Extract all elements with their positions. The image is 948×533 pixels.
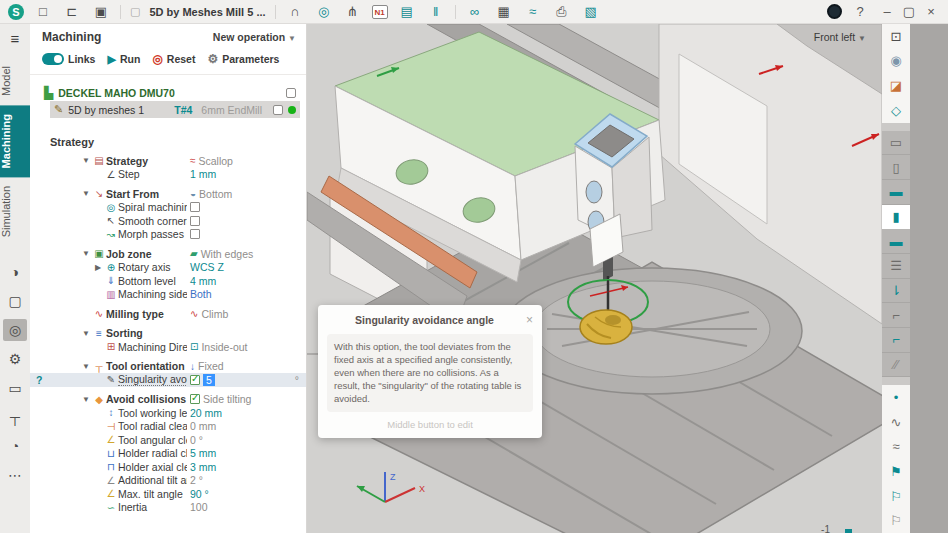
checkbox-checked[interactable] bbox=[190, 394, 200, 404]
param-value[interactable]: 2 ° bbox=[190, 474, 203, 486]
selection-region-icon[interactable]: ▢ bbox=[3, 290, 27, 312]
tab-machining[interactable]: Machining bbox=[0, 105, 30, 177]
close-button[interactable]: × bbox=[922, 4, 940, 19]
checkbox-unchecked[interactable] bbox=[190, 229, 200, 239]
checkbox-unchecked[interactable] bbox=[190, 202, 200, 212]
param-row-morph-passes[interactable]: ↝Morph passes bbox=[30, 228, 306, 242]
param-value[interactable]: 0 ° bbox=[190, 434, 203, 446]
param-value[interactable]: Both bbox=[190, 288, 212, 300]
checkbox-checked[interactable] bbox=[190, 375, 200, 385]
chevron-open-icon[interactable]: ▼ bbox=[80, 395, 92, 404]
stock-part-icon[interactable]: ▬ bbox=[882, 180, 910, 205]
cube-faces-icon[interactable]: ◇ bbox=[882, 98, 910, 123]
link-nodes-icon[interactable]: ∞ bbox=[465, 4, 485, 19]
calculator-icon[interactable]: ▦ bbox=[494, 4, 514, 19]
param-row-holder-radial-cleara[interactable]: ⊔Holder radial cleara5 mm bbox=[30, 447, 306, 461]
param-row-strategy[interactable]: ▼▤Strategy≈Scallop bbox=[30, 154, 306, 168]
chevron-open-icon[interactable]: ▼ bbox=[80, 249, 92, 258]
stock-outline-icon[interactable]: ▯ bbox=[882, 155, 910, 180]
param-row-tool-radial-clearanc[interactable]: ⊣Tool radial clearanc0 mm bbox=[30, 420, 306, 434]
setup-workpiece-icon[interactable]: ⋔ bbox=[343, 4, 363, 19]
param-row-machining-side[interactable]: ▥Machining sideBoth bbox=[30, 288, 306, 302]
waves-icon[interactable]: ≈ bbox=[882, 434, 910, 459]
tool-library-icon[interactable]: ‖ bbox=[426, 4, 446, 19]
report-icon[interactable]: ▤ bbox=[397, 4, 417, 19]
new-operation-dropdown[interactable]: New operation ▼ bbox=[213, 31, 296, 43]
param-row-tool-angular-clearar[interactable]: ∠Tool angular clearar0 ° bbox=[30, 433, 306, 447]
param-row-inertia[interactable]: ∽Inertia100 bbox=[30, 501, 306, 515]
navigation-compass-icon[interactable]: ◎ bbox=[3, 319, 27, 341]
param-value[interactable]: Side tilting bbox=[203, 393, 251, 405]
new-document-icon[interactable]: □ bbox=[33, 4, 53, 19]
machine-checkbox[interactable] bbox=[286, 88, 296, 98]
param-value[interactable]: 1 mm bbox=[190, 168, 216, 180]
param-row-bottom-level[interactable]: ⇓Bottom level4 mm bbox=[30, 274, 306, 288]
param-row-holder-axial-clearan[interactable]: ⊓Holder axial clearan3 mm bbox=[30, 460, 306, 474]
magnet-snap-icon[interactable]: ∩ bbox=[285, 4, 305, 19]
param-value[interactable]: Scallop bbox=[199, 155, 233, 167]
view-orientation-dropdown[interactable]: Front left ▼ bbox=[814, 31, 866, 43]
tab-simulation[interactable]: Simulation bbox=[0, 177, 30, 246]
chevron-open-icon[interactable]: ▼ bbox=[80, 329, 92, 338]
param-value[interactable]: Climb bbox=[201, 308, 228, 320]
chevron-collapsed-icon[interactable]: ▶ bbox=[92, 263, 104, 272]
param-row-singularity-avoidanc[interactable]: ?✎Singularity avoidanc5° bbox=[30, 373, 306, 387]
statistics-icon[interactable]: ≈ bbox=[523, 4, 543, 19]
links-toggle[interactable]: Links bbox=[42, 53, 95, 65]
flag-pin-icon[interactable]: ⚐ bbox=[882, 508, 910, 533]
mesh-sphere-icon[interactable]: ◉ bbox=[882, 49, 910, 74]
minimize-button[interactable]: – bbox=[878, 4, 896, 19]
param-row-job-zone[interactable]: ▼▣Job zone▰With edges bbox=[30, 247, 306, 261]
flag-filled-icon[interactable]: ⚑ bbox=[882, 459, 910, 484]
param-value[interactable]: WCS Z bbox=[190, 261, 224, 273]
param-value[interactable]: With edges bbox=[201, 248, 254, 260]
stock-fixture-icon[interactable]: ▬ bbox=[882, 229, 910, 254]
postprocess-box-icon[interactable]: ▧ bbox=[581, 4, 601, 19]
param-value[interactable]: Bottom bbox=[199, 188, 232, 200]
viewport-3d[interactable]: Front left ▼ bbox=[307, 24, 882, 533]
chevron-open-icon[interactable]: ▼ bbox=[80, 362, 92, 371]
save-icon[interactable]: ▣ bbox=[91, 4, 111, 19]
param-row-smooth-corners[interactable]: ↖Smooth corners bbox=[30, 214, 306, 228]
close-icon[interactable]: × bbox=[522, 313, 533, 327]
param-value[interactable]: Inside-out bbox=[201, 341, 247, 353]
chevron-open-icon[interactable]: ▼ bbox=[80, 189, 92, 198]
maximize-button[interactable]: ▢ bbox=[900, 4, 918, 19]
run-button[interactable]: ▶ Run bbox=[107, 53, 140, 66]
point-icon[interactable]: • bbox=[882, 385, 910, 410]
operation-checkbox[interactable] bbox=[273, 105, 283, 115]
menu-hamburger-icon[interactable]: ≡ bbox=[11, 30, 20, 47]
param-value[interactable]: 100 bbox=[190, 501, 208, 513]
face-select-icon[interactable]: ◪ bbox=[882, 73, 910, 98]
param-row-tool-working-length[interactable]: ↕Tool working length20 mm bbox=[30, 406, 306, 420]
chevron-open-icon[interactable]: ▼ bbox=[80, 156, 92, 165]
more-options-icon[interactable]: ⋯ bbox=[3, 464, 27, 486]
param-row-start-from[interactable]: ▼↘Start From◒Bottom bbox=[30, 187, 306, 201]
help-button[interactable]: ? bbox=[851, 4, 869, 19]
settings-gear-icon[interactable]: ⚙ bbox=[3, 348, 27, 370]
probe-tool-icon[interactable]: ┬ bbox=[3, 406, 27, 428]
user-avatar[interactable] bbox=[827, 4, 842, 19]
measure-icon[interactable]: ◎ bbox=[314, 4, 334, 19]
stock-cylinder-icon[interactable]: ▮ bbox=[882, 205, 910, 230]
open-folder-icon[interactable]: ⊏ bbox=[62, 4, 82, 19]
param-row-avoid-collisions[interactable]: ▼◆Avoid collisionsSide tilting bbox=[30, 393, 306, 407]
operation-tree-row[interactable]: ✎ 5D by meshes 1 T#4 6mm EndMill bbox=[50, 101, 300, 118]
parameters-button[interactable]: ⚙ Parameters bbox=[207, 52, 279, 66]
param-row-rotary-axis[interactable]: ▶⊕Rotary axisWCS Z bbox=[30, 261, 306, 275]
stock-box-icon[interactable]: ▭ bbox=[882, 131, 910, 156]
param-value[interactable]: 5 mm bbox=[190, 447, 216, 459]
param-row-machining-direction[interactable]: ⊞Machining Direction⊡Inside-out bbox=[30, 340, 306, 354]
reset-button[interactable]: ◎ Reset bbox=[152, 52, 195, 66]
curve-icon[interactable]: ∿ bbox=[882, 410, 910, 435]
printer-icon[interactable]: ⎙ bbox=[552, 4, 572, 20]
param-value[interactable]: Fixed bbox=[198, 360, 224, 372]
shading-sphere-icon[interactable]: ◑ bbox=[3, 261, 27, 283]
param-row-spiral-machining[interactable]: ◎Spiral machining bbox=[30, 201, 306, 215]
param-value[interactable]: 90 ° bbox=[190, 488, 209, 500]
param-value[interactable]: 0 mm bbox=[190, 420, 216, 432]
machine-icon[interactable]: ⌐ bbox=[882, 328, 910, 353]
tab-model[interactable]: Model bbox=[0, 57, 30, 105]
fit-view-icon[interactable]: ⊡ bbox=[882, 24, 910, 49]
machine-tree-row[interactable]: ▙ DECKEL MAHO DMU70 bbox=[40, 85, 300, 101]
